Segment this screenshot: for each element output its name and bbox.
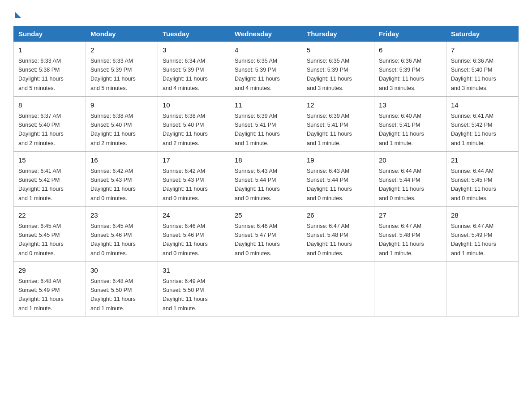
day-info: Sunrise: 6:47 AMSunset: 5:49 PMDaylight:… bbox=[451, 223, 496, 257]
day-info: Sunrise: 6:34 AMSunset: 5:39 PMDaylight:… bbox=[163, 58, 208, 91]
day-number: 10 bbox=[163, 100, 225, 111]
day-number: 1 bbox=[18, 45, 81, 56]
calendar-cell: 31 Sunrise: 6:49 AMSunset: 5:50 PMDaylig… bbox=[158, 262, 230, 317]
day-number: 18 bbox=[235, 155, 297, 166]
day-info: Sunrise: 6:35 AMSunset: 5:39 PMDaylight:… bbox=[307, 58, 352, 91]
calendar-cell: 21 Sunrise: 6:44 AMSunset: 5:45 PMDaylig… bbox=[446, 152, 519, 207]
day-info: Sunrise: 6:42 AMSunset: 5:43 PMDaylight:… bbox=[90, 168, 136, 201]
calendar-week-row: 15 Sunrise: 6:41 AMSunset: 5:42 PMDaylig… bbox=[14, 152, 519, 207]
day-info: Sunrise: 6:43 AMSunset: 5:44 PMDaylight:… bbox=[235, 168, 280, 201]
day-number: 23 bbox=[90, 210, 153, 221]
day-number: 12 bbox=[307, 100, 369, 111]
day-info: Sunrise: 6:33 AMSunset: 5:39 PMDaylight:… bbox=[90, 58, 136, 91]
day-number: 14 bbox=[451, 100, 514, 111]
day-info: Sunrise: 6:36 AMSunset: 5:40 PMDaylight:… bbox=[451, 58, 496, 91]
day-number: 26 bbox=[307, 210, 369, 221]
day-info: Sunrise: 6:43 AMSunset: 5:44 PMDaylight:… bbox=[307, 168, 352, 201]
calendar-cell: 26 Sunrise: 6:47 AMSunset: 5:48 PMDaylig… bbox=[302, 207, 374, 262]
day-info: Sunrise: 6:47 AMSunset: 5:48 PMDaylight:… bbox=[379, 223, 424, 257]
day-number: 8 bbox=[18, 100, 81, 111]
weekday-header-saturday: Saturday bbox=[446, 26, 519, 42]
day-number: 15 bbox=[18, 155, 81, 166]
day-number: 17 bbox=[163, 155, 225, 166]
day-number: 13 bbox=[379, 100, 442, 111]
calendar-cell: 5 Sunrise: 6:35 AMSunset: 5:39 PMDayligh… bbox=[302, 42, 374, 97]
page-header bbox=[13, 9, 519, 18]
day-info: Sunrise: 6:45 AMSunset: 5:46 PMDaylight:… bbox=[90, 223, 136, 257]
calendar-cell: 19 Sunrise: 6:43 AMSunset: 5:44 PMDaylig… bbox=[302, 152, 374, 207]
logo-triangle-icon bbox=[15, 12, 21, 18]
day-number: 16 bbox=[90, 155, 153, 166]
calendar-week-row: 22 Sunrise: 6:45 AMSunset: 5:45 PMDaylig… bbox=[14, 207, 519, 262]
day-info: Sunrise: 6:46 AMSunset: 5:47 PMDaylight:… bbox=[235, 223, 280, 257]
calendar-week-row: 29 Sunrise: 6:48 AMSunset: 5:49 PMDaylig… bbox=[14, 262, 519, 317]
weekday-header-row: SundayMondayTuesdayWednesdayThursdayFrid… bbox=[14, 26, 519, 42]
calendar-cell: 18 Sunrise: 6:43 AMSunset: 5:44 PMDaylig… bbox=[230, 152, 302, 207]
calendar-cell: 15 Sunrise: 6:41 AMSunset: 5:42 PMDaylig… bbox=[14, 152, 86, 207]
day-number: 7 bbox=[451, 45, 514, 56]
day-number: 4 bbox=[235, 45, 297, 56]
weekday-header-tuesday: Tuesday bbox=[158, 26, 230, 42]
weekday-header-monday: Monday bbox=[86, 26, 158, 42]
calendar-cell: 27 Sunrise: 6:47 AMSunset: 5:48 PMDaylig… bbox=[374, 207, 446, 262]
day-number: 31 bbox=[163, 265, 225, 276]
day-info: Sunrise: 6:35 AMSunset: 5:39 PMDaylight:… bbox=[235, 58, 280, 91]
calendar-cell: 11 Sunrise: 6:39 AMSunset: 5:41 PMDaylig… bbox=[230, 97, 302, 152]
calendar-cell: 22 Sunrise: 6:45 AMSunset: 5:45 PMDaylig… bbox=[14, 207, 86, 262]
calendar-cell: 2 Sunrise: 6:33 AMSunset: 5:39 PMDayligh… bbox=[86, 42, 158, 97]
calendar-cell bbox=[302, 262, 374, 317]
calendar-cell: 1 Sunrise: 6:33 AMSunset: 5:38 PMDayligh… bbox=[14, 42, 86, 97]
calendar-cell: 6 Sunrise: 6:36 AMSunset: 5:39 PMDayligh… bbox=[374, 42, 446, 97]
calendar-header: SundayMondayTuesdayWednesdayThursdayFrid… bbox=[14, 26, 519, 42]
day-info: Sunrise: 6:42 AMSunset: 5:43 PMDaylight:… bbox=[163, 168, 208, 201]
day-number: 22 bbox=[18, 210, 81, 221]
day-number: 25 bbox=[235, 210, 297, 221]
day-number: 2 bbox=[90, 45, 153, 56]
day-info: Sunrise: 6:44 AMSunset: 5:45 PMDaylight:… bbox=[451, 168, 496, 201]
calendar-cell: 10 Sunrise: 6:38 AMSunset: 5:40 PMDaylig… bbox=[158, 97, 230, 152]
day-number: 28 bbox=[451, 210, 514, 221]
day-number: 21 bbox=[451, 155, 514, 166]
calendar-week-row: 8 Sunrise: 6:37 AMSunset: 5:40 PMDayligh… bbox=[14, 97, 519, 152]
day-info: Sunrise: 6:37 AMSunset: 5:40 PMDaylight:… bbox=[18, 113, 64, 146]
day-info: Sunrise: 6:44 AMSunset: 5:44 PMDaylight:… bbox=[379, 168, 424, 201]
calendar-cell bbox=[374, 262, 446, 317]
calendar-cell bbox=[446, 262, 519, 317]
weekday-header-thursday: Thursday bbox=[302, 26, 374, 42]
logo bbox=[13, 9, 21, 18]
day-info: Sunrise: 6:47 AMSunset: 5:48 PMDaylight:… bbox=[307, 223, 352, 257]
calendar-cell bbox=[230, 262, 302, 317]
day-info: Sunrise: 6:38 AMSunset: 5:40 PMDaylight:… bbox=[163, 113, 208, 146]
calendar-cell: 3 Sunrise: 6:34 AMSunset: 5:39 PMDayligh… bbox=[158, 42, 230, 97]
weekday-header-friday: Friday bbox=[374, 26, 446, 42]
day-info: Sunrise: 6:40 AMSunset: 5:41 PMDaylight:… bbox=[379, 113, 424, 146]
day-number: 6 bbox=[379, 45, 442, 56]
day-number: 20 bbox=[379, 155, 442, 166]
calendar-cell: 23 Sunrise: 6:45 AMSunset: 5:46 PMDaylig… bbox=[86, 207, 158, 262]
day-info: Sunrise: 6:48 AMSunset: 5:49 PMDaylight:… bbox=[18, 278, 64, 312]
calendar-cell: 25 Sunrise: 6:46 AMSunset: 5:47 PMDaylig… bbox=[230, 207, 302, 262]
day-info: Sunrise: 6:39 AMSunset: 5:41 PMDaylight:… bbox=[307, 113, 352, 146]
calendar-cell: 12 Sunrise: 6:39 AMSunset: 5:41 PMDaylig… bbox=[302, 97, 374, 152]
day-info: Sunrise: 6:39 AMSunset: 5:41 PMDaylight:… bbox=[235, 113, 280, 146]
calendar-cell: 17 Sunrise: 6:42 AMSunset: 5:43 PMDaylig… bbox=[158, 152, 230, 207]
day-info: Sunrise: 6:38 AMSunset: 5:40 PMDaylight:… bbox=[90, 113, 136, 146]
calendar-cell: 8 Sunrise: 6:37 AMSunset: 5:40 PMDayligh… bbox=[14, 97, 86, 152]
day-number: 30 bbox=[90, 265, 153, 276]
calendar-cell: 24 Sunrise: 6:46 AMSunset: 5:46 PMDaylig… bbox=[158, 207, 230, 262]
calendar-cell: 9 Sunrise: 6:38 AMSunset: 5:40 PMDayligh… bbox=[86, 97, 158, 152]
calendar-cell: 14 Sunrise: 6:41 AMSunset: 5:42 PMDaylig… bbox=[446, 97, 519, 152]
calendar-cell: 4 Sunrise: 6:35 AMSunset: 5:39 PMDayligh… bbox=[230, 42, 302, 97]
day-number: 9 bbox=[90, 100, 153, 111]
day-info: Sunrise: 6:41 AMSunset: 5:42 PMDaylight:… bbox=[451, 113, 496, 146]
calendar-cell: 28 Sunrise: 6:47 AMSunset: 5:49 PMDaylig… bbox=[446, 207, 519, 262]
day-number: 11 bbox=[235, 100, 297, 111]
day-number: 3 bbox=[163, 45, 225, 56]
day-number: 29 bbox=[18, 265, 81, 276]
calendar-cell: 30 Sunrise: 6:48 AMSunset: 5:50 PMDaylig… bbox=[86, 262, 158, 317]
day-number: 5 bbox=[307, 45, 369, 56]
calendar-week-row: 1 Sunrise: 6:33 AMSunset: 5:38 PMDayligh… bbox=[14, 42, 519, 97]
day-info: Sunrise: 6:45 AMSunset: 5:45 PMDaylight:… bbox=[18, 223, 64, 257]
calendar-cell: 7 Sunrise: 6:36 AMSunset: 5:40 PMDayligh… bbox=[446, 42, 519, 97]
day-info: Sunrise: 6:33 AMSunset: 5:38 PMDaylight:… bbox=[18, 58, 64, 91]
